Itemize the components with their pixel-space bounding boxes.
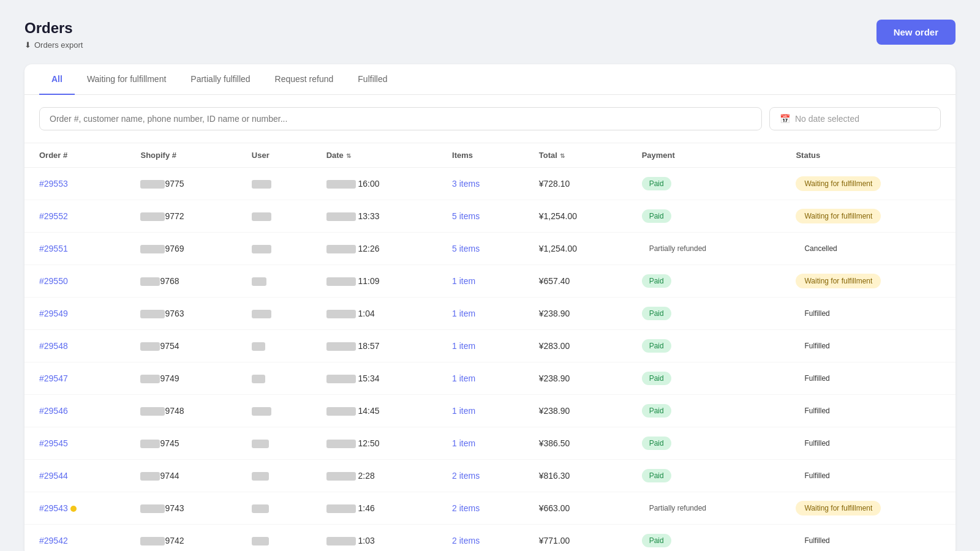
items-link[interactable]: 2 items [452, 536, 480, 545]
tab-partial[interactable]: Partially fulfilled [178, 64, 262, 95]
payment-cell: Paid [627, 525, 782, 552]
date-cell: 16:00 [312, 168, 437, 200]
items-link[interactable]: 3 items [452, 179, 480, 189]
user-cell [237, 330, 312, 362]
order-link[interactable]: #29551 [39, 244, 68, 253]
new-order-button[interactable]: New order [876, 20, 956, 45]
payment-badge: Paid [642, 307, 671, 320]
tab-fulfilled[interactable]: Fulfilled [345, 64, 399, 95]
status-cell: Cancelled [781, 233, 956, 265]
sort-icon-total: ⇅ [560, 152, 565, 159]
order-link[interactable]: #29553 [39, 179, 68, 189]
date-cell: 12:50 [312, 427, 437, 460]
col-header-shopify: Shopify # [126, 143, 236, 168]
payment-cell: Paid [627, 200, 782, 233]
total-cell: ¥386.50 [524, 427, 627, 460]
items-link[interactable]: 5 items [452, 244, 480, 253]
col-header-total[interactable]: Total⇅ [524, 143, 627, 168]
items-cell[interactable]: 3 items [437, 168, 524, 200]
shopify-cell: 9763 [126, 298, 236, 330]
col-header-date[interactable]: Date⇅ [312, 143, 437, 168]
tabs: AllWaiting for fulfillmentPartially fulf… [24, 64, 956, 95]
items-link[interactable]: 1 item [452, 341, 475, 351]
items-link[interactable]: 1 item [452, 276, 475, 286]
user-cell [237, 525, 312, 552]
payment-badge: Paid [642, 404, 671, 418]
status-badge: Waiting for fulfillment [796, 176, 881, 191]
total-cell: ¥663.00 [524, 492, 627, 525]
date-cell: 18:57 [312, 330, 437, 362]
order-link[interactable]: #29546 [39, 406, 68, 416]
total-cell: ¥238.90 [524, 298, 627, 330]
user-cell [237, 233, 312, 265]
table-row: #295449744 2:282 items¥816.30PaidFulfill… [24, 460, 956, 492]
search-input[interactable] [39, 107, 762, 130]
status-cell: Waiting for fulfillment [781, 265, 956, 298]
items-cell[interactable]: 1 item [437, 395, 524, 427]
payment-cell: Paid [627, 168, 782, 200]
date-cell: 11:09 [312, 265, 437, 298]
order-link[interactable]: #29549 [39, 309, 68, 318]
table-row: #295529772 13:335 items¥1,254.00PaidWait… [24, 200, 956, 233]
items-link[interactable]: 1 item [452, 309, 475, 318]
order-link[interactable]: #29552 [39, 211, 68, 221]
calendar-icon: 📅 [780, 114, 790, 124]
order-link[interactable]: #29544 [39, 471, 68, 481]
order-link[interactable]: #29543 [39, 503, 68, 513]
shopify-cell: 9749 [126, 362, 236, 395]
new-indicator [70, 506, 77, 512]
shopify-cell: 9769 [126, 233, 236, 265]
items-cell[interactable]: 2 items [437, 492, 524, 525]
export-link[interactable]: ⬇ Orders export [24, 40, 83, 50]
order-link[interactable]: #29548 [39, 341, 68, 351]
order-link[interactable]: #29547 [39, 373, 68, 383]
date-filter[interactable]: 📅 No date selected [769, 107, 941, 130]
order-link[interactable]: #29545 [39, 438, 68, 448]
items-cell[interactable]: 2 items [437, 525, 524, 552]
total-cell: ¥283.00 [524, 330, 627, 362]
items-link[interactable]: 2 items [452, 503, 480, 513]
items-link[interactable]: 1 item [452, 438, 475, 448]
order-link[interactable]: #29542 [39, 536, 68, 545]
items-cell[interactable]: 1 item [437, 427, 524, 460]
status-badge: Waiting for fulfillment [796, 209, 881, 223]
items-cell[interactable]: 1 item [437, 362, 524, 395]
order-link[interactable]: #29550 [39, 276, 68, 286]
date-cell: 15:34 [312, 362, 437, 395]
status-badge: Waiting for fulfillment [796, 274, 881, 288]
items-cell[interactable]: 5 items [437, 233, 524, 265]
items-link[interactable]: 1 item [452, 406, 475, 416]
status-cell: Waiting for fulfillment [781, 168, 956, 200]
user-cell [237, 427, 312, 460]
shopify-cell: 9744 [126, 460, 236, 492]
items-cell[interactable]: 5 items [437, 200, 524, 233]
payment-cell: Paid [627, 265, 782, 298]
tab-waiting[interactable]: Waiting for fulfillment [75, 64, 178, 95]
payment-badge: Paid [642, 437, 671, 450]
items-link[interactable]: 2 items [452, 471, 480, 481]
table-row: #295459745 12:501 item¥386.50PaidFulfill… [24, 427, 956, 460]
items-cell[interactable]: 2 items [437, 460, 524, 492]
date-cell: 12:26 [312, 233, 437, 265]
user-cell [237, 168, 312, 200]
status-cell: Fulfilled [781, 460, 956, 492]
items-link[interactable]: 1 item [452, 373, 475, 383]
tab-refund[interactable]: Request refund [263, 64, 346, 95]
payment-cell: Partially refunded [627, 492, 782, 525]
items-cell[interactable]: 1 item [437, 298, 524, 330]
payment-badge: Paid [642, 177, 671, 190]
items-cell[interactable]: 1 item [437, 330, 524, 362]
user-cell [237, 200, 312, 233]
table-row: #295509768 11:091 item¥657.40PaidWaiting… [24, 265, 956, 298]
payment-cell: Paid [627, 362, 782, 395]
col-header-items: Items [437, 143, 524, 168]
tab-all[interactable]: All [39, 64, 75, 95]
date-cell: 14:45 [312, 395, 437, 427]
items-cell[interactable]: 1 item [437, 265, 524, 298]
payment-badge: Paid [642, 209, 671, 223]
items-link[interactable]: 5 items [452, 211, 480, 221]
status-badge: Waiting for fulfillment [796, 501, 881, 515]
shopify-cell: 9742 [126, 525, 236, 552]
payment-cell: Paid [627, 298, 782, 330]
status-badge: Fulfilled [796, 371, 838, 386]
